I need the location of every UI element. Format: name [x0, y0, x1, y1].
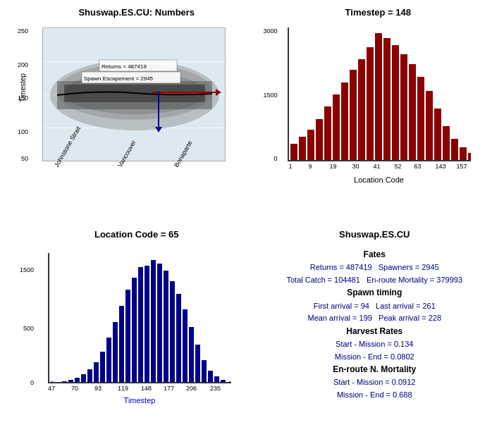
h-arrowhead	[216, 89, 221, 96]
svg-rect-50	[170, 281, 175, 383]
tr-xtick-157: 157	[457, 163, 467, 170]
svg-rect-17	[358, 59, 365, 161]
svg-text:Spawn Escapement = 2945: Spawn Escapement = 2945	[84, 75, 154, 82]
tl-ytick-100: 100	[18, 128, 28, 135]
svg-rect-56	[208, 371, 213, 383]
svg-rect-13	[324, 106, 331, 161]
tr-xtick-19: 19	[330, 163, 337, 170]
bl-xtick-177: 177	[164, 385, 174, 392]
tr-xtick-30: 30	[352, 163, 359, 170]
svg-rect-16	[350, 70, 357, 161]
svg-rect-26	[434, 109, 441, 161]
svg-point-61	[229, 381, 231, 383]
spawners-value: Spawners = 2945	[379, 263, 439, 271]
svg-rect-42	[119, 306, 124, 383]
svg-rect-22	[400, 54, 407, 161]
bl-ytick-500: 500	[23, 325, 34, 332]
svg-rect-49	[164, 271, 168, 383]
tr-xtick-52: 52	[395, 163, 402, 170]
mean-peak-arrival-line: Mean arrival = 199 Peak arrival = 228	[259, 312, 491, 325]
svg-rect-37	[87, 369, 92, 383]
bl-chart-area	[48, 253, 231, 383]
catch-mort-line: Total Catch = 104481 En-route Mortality …	[259, 274, 491, 287]
start-mission-2-line: Start - Mission = 0.0912	[259, 376, 491, 389]
svg-rect-40	[106, 338, 111, 383]
bl-xtick-47: 47	[48, 385, 55, 392]
svg-rect-59	[227, 382, 231, 383]
first-arrival: First arrival = 94	[314, 302, 369, 310]
bl-ytick-0: 0	[30, 379, 34, 386]
bl-ytick-1500: 1500	[20, 266, 34, 273]
svg-rect-27	[443, 126, 450, 161]
bottom-left-title: Location Code = 65	[28, 229, 245, 240]
bl-xtick-93: 93	[94, 385, 102, 392]
bottom-left-panel: Location Code = 65 0 500 1500	[0, 222, 252, 444]
svg-rect-54	[195, 345, 200, 383]
svg-rect-46	[145, 266, 149, 383]
start-mission-1-line: Start - Mission = 0.134	[259, 338, 491, 351]
svg-rect-20	[383, 38, 391, 161]
bl-xtick-235: 235	[210, 385, 221, 392]
bl-xtick-119: 119	[118, 385, 128, 392]
svg-rect-23	[409, 64, 416, 161]
total-catch: Total Catch = 104481	[286, 276, 359, 284]
harvest-rates-label: Harvest Rates	[259, 325, 491, 338]
h-arrow	[152, 92, 216, 93]
svg-rect-19	[375, 33, 382, 161]
returns-value: Returns = 487419	[310, 263, 372, 271]
svg-rect-14	[333, 94, 340, 161]
tr-xtick-63: 63	[414, 163, 422, 170]
fates-label: Fates	[259, 248, 491, 261]
svg-rect-53	[189, 327, 194, 383]
mission-end-1-line: Mission - End = 0.0802	[259, 351, 491, 364]
v-arrowhead	[155, 127, 162, 132]
svg-rect-15	[341, 82, 348, 161]
v-arrow	[158, 92, 159, 127]
last-arrival: Last arrival = 261	[376, 302, 436, 310]
svg-rect-47	[151, 260, 156, 383]
svg-rect-21	[392, 45, 399, 161]
svg-rect-34	[68, 380, 73, 383]
peak-arrival: Peak arrival = 228	[379, 314, 441, 322]
info-panel: Fates Returns = 487419 Spawners = 2945 T…	[259, 248, 491, 402]
top-left-title: Shuswap.ES.CU: Numbers	[28, 7, 245, 18]
enroute-mort: En-route Mortality = 379993	[367, 276, 462, 284]
tl-ytick-250: 250	[18, 27, 28, 35]
svg-rect-9	[290, 144, 297, 161]
svg-rect-41	[113, 322, 118, 383]
svg-rect-35	[75, 378, 80, 383]
tl-ytick-150: 150	[18, 94, 28, 101]
svg-rect-58	[221, 380, 226, 383]
svg-rect-10	[299, 137, 306, 161]
svg-rect-55	[202, 360, 207, 383]
mean-arrival: Mean arrival = 199	[307, 314, 371, 322]
bl-xtick-148: 148	[141, 385, 152, 392]
svg-rect-43	[125, 290, 130, 383]
svg-rect-18	[367, 47, 374, 161]
tl-ytick-200: 200	[18, 61, 28, 68]
bl-xtick-206: 206	[186, 385, 197, 392]
svg-rect-24	[417, 77, 424, 161]
svg-rect-44	[132, 278, 137, 383]
svg-rect-30	[468, 153, 471, 161]
bottom-right-title: Shuswap.ES.CU	[259, 229, 491, 240]
tr-ytick-3000: 3000	[263, 27, 277, 35]
top-right-title: Timestep = 148	[259, 7, 498, 18]
tr-xtick-143: 143	[436, 163, 446, 170]
tr-ytick-0: 0	[273, 155, 277, 162]
tr-xtick-1: 1	[289, 163, 293, 170]
bl-xtick-70: 70	[71, 385, 78, 392]
top-left-panel: Shuswap.ES.CU: Numbers Timestep 250 200 …	[0, 0, 252, 222]
tr-xtick-41: 41	[374, 163, 381, 170]
spawn-timing-label: Spawn timing	[259, 286, 491, 300]
bottom-right-panel: Shuswap.ES.CU Fates Returns = 487419 Spa…	[252, 222, 505, 444]
enroute-n-mort-label: En-route N. Mortality	[259, 363, 491, 376]
svg-rect-36	[81, 374, 86, 383]
svg-rect-28	[451, 139, 458, 161]
tr-x-axis-label: Location Code	[288, 175, 471, 184]
tr-xtick-9: 9	[309, 163, 312, 170]
svg-rect-51	[176, 294, 181, 383]
returns-spawners-line: Returns = 487419 Spawners = 2945	[259, 261, 491, 274]
svg-rect-57	[214, 376, 219, 383]
svg-rect-29	[460, 147, 467, 161]
